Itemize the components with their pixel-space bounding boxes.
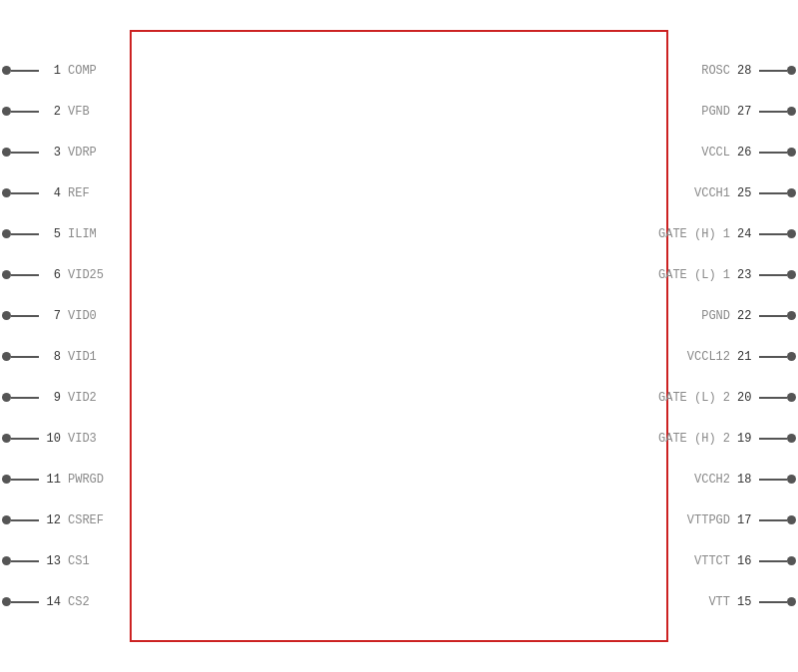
pin-line: [11, 479, 39, 481]
pin-label: ILIM: [68, 227, 97, 241]
pin-number: 9: [39, 391, 61, 405]
pin-number: 10: [39, 432, 61, 446]
pin-dot: [787, 148, 796, 157]
pin-line: [11, 233, 39, 235]
pin-line: [11, 315, 39, 317]
pin-line: [759, 601, 787, 603]
pin-line: [11, 70, 39, 72]
pin-number: 13: [39, 554, 61, 568]
pin-number: 8: [39, 350, 61, 364]
pin-dot: [2, 475, 11, 484]
pin-line: [11, 356, 39, 358]
pin-line: [11, 152, 39, 154]
pin-dot: [2, 311, 11, 320]
pin-dot: [787, 393, 796, 402]
pin-line: [11, 192, 39, 194]
pin-number: 15: [737, 595, 759, 609]
pin-label: VCCH2: [694, 473, 730, 487]
pin-dot: [2, 66, 11, 75]
pin-left-1: 1 COMP: [2, 60, 132, 82]
pin-number: 4: [39, 186, 61, 200]
pin-label: VID2: [68, 391, 97, 405]
pin-label: VID0: [68, 309, 97, 323]
pin-number: 20: [737, 391, 759, 405]
pin-right-17: VTTPGD 17: [666, 509, 796, 531]
pin-label: REF: [68, 186, 90, 200]
pin-left-13: 13 CS1: [2, 550, 132, 572]
pin-dot: [787, 229, 796, 238]
pin-dot: [787, 66, 796, 75]
pin-number: 16: [737, 554, 759, 568]
pin-left-4: 4 REF: [2, 182, 132, 204]
pin-line: [11, 111, 39, 113]
pin-number: 22: [737, 309, 759, 323]
pin-line: [759, 479, 787, 481]
pin-label: VCCH1: [694, 186, 730, 200]
pin-number: 17: [737, 513, 759, 527]
pin-label: CS1: [68, 554, 90, 568]
pin-number: 26: [737, 146, 759, 160]
pin-number: 3: [39, 146, 61, 160]
pin-label: ROSC: [701, 64, 730, 78]
pin-left-2: 2 VFB: [2, 101, 132, 123]
pin-label: VID1: [68, 350, 97, 364]
pin-dot: [787, 475, 796, 484]
pin-dot: [787, 556, 796, 565]
pin-line: [759, 397, 787, 399]
pin-number: 1: [39, 64, 61, 78]
pin-dot: [2, 188, 11, 197]
pin-label: VID3: [68, 432, 97, 446]
pin-label: VFB: [68, 105, 90, 119]
pin-right-28: ROSC 28: [666, 60, 796, 82]
pin-line: [759, 315, 787, 317]
pin-right-24: GATE (H) 1 24: [666, 223, 796, 245]
pin-number: 19: [737, 432, 759, 446]
pin-right-22: PGND 22: [666, 305, 796, 327]
pin-number: 7: [39, 309, 61, 323]
pin-left-8: 8 VID1: [2, 346, 132, 368]
pin-number: 11: [39, 473, 61, 487]
pin-dot: [2, 434, 11, 443]
pin-label: VTT: [708, 595, 730, 609]
pin-dot: [2, 148, 11, 157]
pin-left-6: 6 VID25: [2, 264, 132, 286]
pin-dot: [2, 270, 11, 279]
pin-dot: [787, 597, 796, 606]
pin-label: COMP: [68, 64, 97, 78]
pin-right-25: VCCH1 25: [666, 182, 796, 204]
pin-line: [759, 356, 787, 358]
pin-left-7: 7 VID0: [2, 305, 132, 327]
pin-number: 27: [737, 105, 759, 119]
pin-number: 24: [737, 227, 759, 241]
pin-label: PWRGD: [68, 473, 104, 487]
pin-label: GATE (H) 1: [658, 227, 730, 241]
pin-left-12: 12 CSREF: [2, 509, 132, 531]
pin-line: [759, 192, 787, 194]
pin-label: VTTCT: [694, 554, 730, 568]
pin-number: 18: [737, 473, 759, 487]
pin-label: CSREF: [68, 513, 104, 527]
pins-right-group: ROSC 28 PGND 27 VCCL 26 VCCH1 25 GATE (H…: [666, 32, 796, 640]
pin-number: 21: [737, 350, 759, 364]
pin-line: [759, 111, 787, 113]
chip-body: 1 COMP 2 VFB 3 VDRP 4 REF 5 ILIM 6 VID2: [130, 30, 668, 642]
pin-label: VCCL: [701, 146, 730, 160]
pin-label: VID25: [68, 268, 104, 282]
pin-line: [11, 438, 39, 440]
pin-label: PGND: [701, 105, 730, 119]
pin-right-16: VTTCT 16: [666, 550, 796, 572]
pin-line: [759, 70, 787, 72]
pin-dot: [2, 393, 11, 402]
pin-dot: [787, 434, 796, 443]
pin-right-26: VCCL 26: [666, 142, 796, 164]
pin-line: [11, 519, 39, 521]
pin-line: [11, 601, 39, 603]
pin-line: [11, 397, 39, 399]
pin-dot: [2, 107, 11, 116]
pin-right-27: PGND 27: [666, 101, 796, 123]
pin-label: VCCL12: [687, 350, 730, 364]
pin-dot: [2, 352, 11, 361]
pin-dot: [787, 311, 796, 320]
pin-label: GATE (L) 2: [658, 391, 730, 405]
pin-left-11: 11 PWRGD: [2, 469, 132, 491]
